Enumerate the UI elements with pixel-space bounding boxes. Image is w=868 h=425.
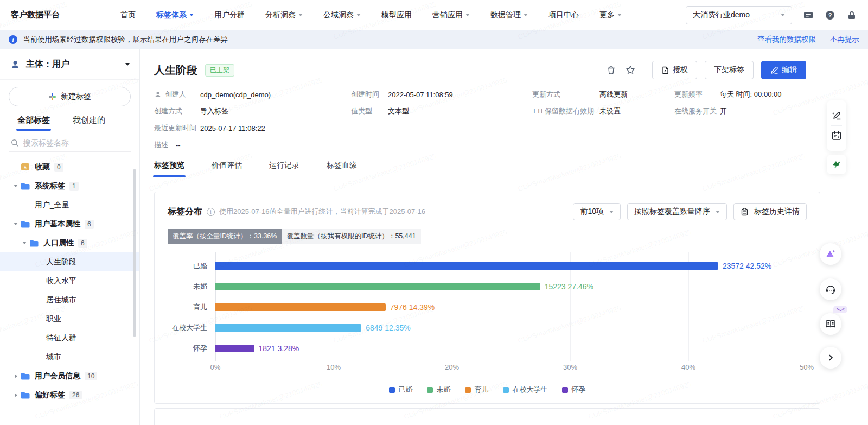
nav-analysis-insight[interactable]: 分析洞察: [265, 10, 303, 20]
caret-expanded-icon: [11, 185, 21, 187]
bar-row[interactable]: 23572 42.52%: [215, 256, 807, 276]
nav-model-app[interactable]: 模型应用: [381, 10, 412, 20]
tree-item-system-tags[interactable]: 系统标签1: [0, 176, 139, 195]
count-badge: 6: [78, 239, 87, 248]
nav-public-insight[interactable]: 公域洞察: [323, 10, 361, 20]
authorize-button[interactable]: 授权: [652, 61, 697, 79]
folder-icon: [21, 220, 35, 228]
collapse-panel-button[interactable]: [820, 347, 841, 369]
magic-edit-icon[interactable]: [831, 106, 842, 125]
bar-value-label: 6849 12.35%: [366, 323, 411, 332]
tree-item-user-full[interactable]: 用户_全量: [0, 195, 139, 214]
nav-home[interactable]: 首页: [120, 10, 136, 20]
card-subtitle: 使用2025-07-16的全量用户进行统计，当前计算完成于2025-07-16: [219, 207, 425, 217]
tab-run-records[interactable]: 运行记录: [269, 161, 299, 177]
legend-swatch: [562, 387, 568, 393]
meta-label: TTL保留数据有效期: [532, 106, 594, 116]
tag-tree: ★ 收藏0 系统标签1 用户_全量 用户基本属性6 人口属性6: [0, 157, 139, 404]
coverage-rate-badge: 覆盖率（按全量ID统计）：33.36%: [168, 229, 282, 244]
tree-item-occupation[interactable]: 职业: [0, 309, 139, 328]
meta-value: 每天 时间: 00:00:00: [720, 90, 781, 99]
tab-tag-lineage[interactable]: 标签血缘: [327, 161, 357, 177]
dismiss-link[interactable]: 不再提示: [830, 35, 859, 45]
bar-chart: 已婚 未婚 育儿 在校大学生 怀孕 23572 42.52%: [168, 256, 807, 359]
tab-tag-preview[interactable]: 标签预览: [154, 161, 184, 177]
folder-icon: [29, 239, 43, 247]
meta-value: 文本型: [388, 106, 409, 116]
tree-item-income-level[interactable]: 收入水平: [0, 271, 139, 290]
unpublish-button[interactable]: 下架标签: [705, 61, 754, 79]
bar-value-label: 23572 42.52%: [723, 262, 771, 270]
bar-row[interactable]: 7976 14.39%: [215, 297, 807, 318]
nav-marketing-app[interactable]: 营销应用: [432, 10, 470, 20]
app-brand: 客户数据平台: [11, 10, 60, 20]
nav-project-center[interactable]: 项目中心: [548, 10, 579, 20]
tag-search: [9, 134, 131, 152]
legend-item[interactable]: 怀孕: [562, 385, 586, 395]
tree-item-demographics[interactable]: 人口属性6: [0, 233, 139, 252]
top-n-select[interactable]: 前10项: [573, 203, 621, 220]
nav-tag-system[interactable]: 标签体系: [156, 10, 194, 20]
ai-assistant-button[interactable]: [820, 243, 841, 265]
legend-item[interactable]: 在校大学生: [503, 385, 548, 395]
sort-order-select[interactable]: 按照标签覆盖数量降序: [627, 203, 727, 220]
tab-my-created[interactable]: 我创建的: [73, 115, 105, 131]
favorite-button[interactable]: [624, 64, 636, 76]
schedule-edit-icon[interactable]: [831, 126, 842, 145]
tree-item-user-basic[interactable]: 用户基本属性6: [0, 214, 139, 233]
meta-value: 2022-05-07 11:08:59: [388, 91, 453, 99]
bar-pregnant: [215, 345, 254, 352]
chevron-down-icon: [609, 211, 614, 213]
meta-value: 离线更新: [599, 90, 628, 99]
tree-item-life-stage[interactable]: 人生阶段: [0, 252, 139, 271]
tag-history-button[interactable]: 标签历史详情: [733, 203, 807, 220]
legend-item[interactable]: 已婚: [389, 385, 413, 395]
bar-row[interactable]: 15223 27.46%: [215, 276, 807, 297]
help-icon[interactable]: ?: [825, 10, 835, 21]
sidebar-scrollbar[interactable]: [133, 169, 136, 337]
chevron-down-icon: [189, 14, 194, 16]
meta-label: 在线服务开关: [674, 106, 717, 116]
chevron-down-icon: [356, 14, 361, 16]
docs-button[interactable]: [820, 313, 841, 335]
tree-item-feature-group[interactable]: 特征人群: [0, 328, 139, 347]
nav-user-segment[interactable]: 用户分群: [214, 10, 245, 20]
right-toolbar: [827, 100, 846, 151]
tree-item-residence-city[interactable]: 居住城市: [0, 290, 139, 309]
new-tag-button[interactable]: 新建标签: [9, 87, 131, 106]
banner-text: 当前使用场景经过数据权限校验，展示结果在用户之间存在差异: [23, 35, 228, 45]
meta-value: 未设置: [599, 106, 621, 116]
subject-selector[interactable]: 主体：用户: [0, 49, 139, 80]
next-section-card: [154, 408, 820, 425]
tab-value-assessment[interactable]: 价值评估: [212, 161, 242, 177]
nav-more[interactable]: 更多: [599, 10, 622, 20]
nav-data-management[interactable]: 数据管理: [490, 10, 528, 20]
bar-row[interactable]: 1821 3.28%: [215, 338, 807, 359]
support-button[interactable]: [820, 278, 841, 300]
tab-all-tags[interactable]: 全部标签: [17, 115, 50, 131]
tree-item-favorites[interactable]: ★ 收藏0: [0, 157, 139, 176]
edit-button[interactable]: 编辑: [761, 61, 806, 79]
project-selector[interactable]: 大消费行业demo: [686, 6, 792, 24]
sidebar-tabs: 全部标签 我创建的: [0, 115, 139, 131]
tree-item-member-info[interactable]: 用户会员信息10: [0, 366, 139, 385]
legend-item[interactable]: 育儿: [465, 385, 489, 395]
view-permission-link[interactable]: 查看我的数据权限: [757, 35, 816, 45]
tag-distribution-card: 标签分布 i 使用2025-07-16的全量用户进行统计，当前计算完成于2025…: [154, 192, 820, 404]
tree-item-city[interactable]: 城市: [0, 347, 139, 366]
svg-text:★: ★: [23, 164, 27, 170]
chart-legend: 已婚 未婚 育儿 在校大学生 怀孕: [168, 385, 807, 395]
delete-button[interactable]: [605, 65, 617, 76]
feedback-icon[interactable]: [803, 10, 814, 21]
star-folder-icon: ★: [21, 162, 35, 172]
meta-value: 导入标签: [200, 106, 228, 116]
rocket-icon[interactable]: [827, 155, 846, 174]
coverage-count-badge: 覆盖数量（按我有权限的ID统计）：55,441: [282, 229, 420, 244]
search-input[interactable]: [23, 138, 129, 147]
tree-item-preference-tags[interactable]: 偏好标签26: [0, 385, 139, 404]
meta-value: 开: [720, 106, 727, 116]
meta-label: 创建方式: [154, 106, 182, 116]
lock-icon[interactable]: [846, 10, 857, 21]
bar-row[interactable]: 6849 12.35%: [215, 318, 807, 338]
legend-item[interactable]: 未婚: [427, 385, 451, 395]
